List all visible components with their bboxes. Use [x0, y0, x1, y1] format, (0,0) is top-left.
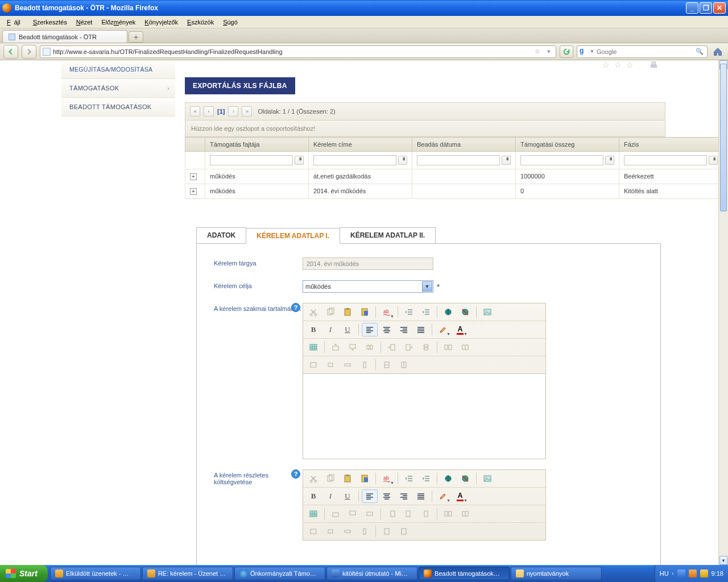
browser-menubar: Fájl Szerkesztés Nézet Előzmények Könyvj…: [0, 16, 728, 28]
page-icon: [9, 34, 15, 40]
search-icon[interactable]: 🔍: [696, 48, 705, 55]
home-button[interactable]: [711, 45, 725, 58]
search-engine-dropdown-icon[interactable]: ▼: [590, 49, 594, 54]
menu-history[interactable]: Előzmények: [98, 18, 139, 27]
url-bar[interactable]: ☆ ▾: [40, 45, 556, 58]
forward-button[interactable]: [22, 45, 36, 59]
menu-help[interactable]: Súgó: [220, 18, 241, 27]
menu-tools[interactable]: Eszközök: [184, 18, 217, 27]
window-maximize-button[interactable]: ❐: [700, 2, 712, 14]
new-tab-button[interactable]: +: [129, 31, 143, 43]
search-input[interactable]: [597, 48, 693, 55]
back-button[interactable]: [3, 45, 18, 59]
window-title: Beadott támogatások - ÖTR - Mozilla Fire…: [15, 4, 686, 12]
bookmark-star-icon[interactable]: ☆: [533, 48, 542, 55]
search-bar[interactable]: ▼ 🔍: [577, 45, 708, 58]
tab-title: Beadott támogatások - ÖTR: [19, 34, 97, 40]
url-input[interactable]: [53, 48, 531, 55]
window-close-button[interactable]: ✕: [713, 2, 726, 14]
window-minimize-button[interactable]: _: [686, 2, 698, 14]
menu-bookmarks[interactable]: Könyvjelzők: [141, 18, 181, 27]
menu-view[interactable]: Nézet: [73, 18, 96, 27]
firefox-icon: [2, 3, 11, 13]
menu-file[interactable]: Fájl: [3, 18, 27, 27]
google-icon: [580, 48, 588, 56]
url-dropdown-icon[interactable]: ▾: [544, 48, 553, 55]
browser-tab[interactable]: Beadott támogatások - ÖTR: [2, 30, 127, 43]
menu-edit[interactable]: Szerkesztés: [30, 18, 71, 27]
browser-navbar: ☆ ▾ ▼ 🔍: [0, 43, 728, 60]
reload-button[interactable]: [560, 45, 573, 58]
site-icon: [43, 48, 51, 56]
window-titlebar: Beadott támogatások - ÖTR - Mozilla Fire…: [0, 0, 728, 16]
browser-tabstrip: Beadott támogatások - ÖTR +: [0, 28, 728, 43]
